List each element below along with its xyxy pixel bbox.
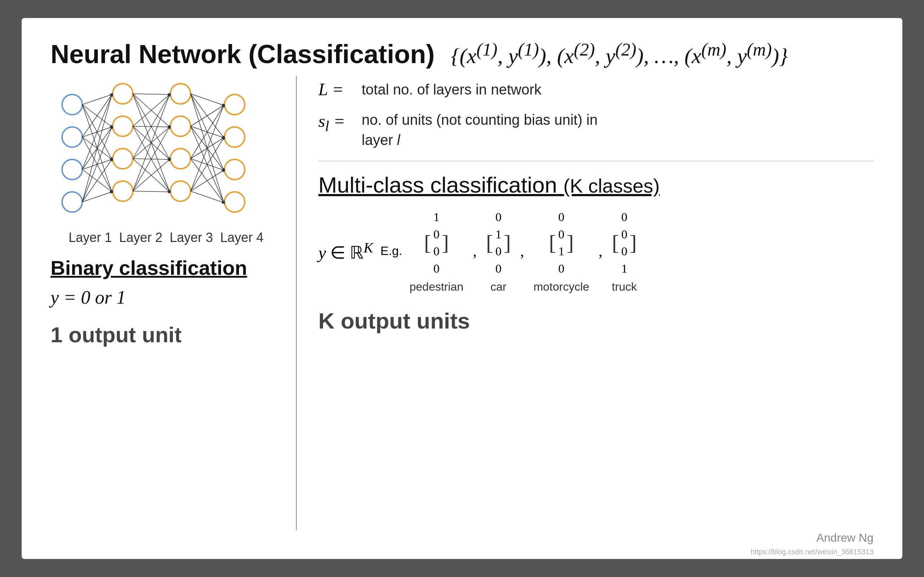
multiclass-subtitle: (K classes)	[564, 175, 660, 197]
matrix3-label: motorcycle	[533, 280, 590, 293]
svg-line-24	[82, 95, 112, 169]
svg-line-30	[82, 160, 112, 202]
svg-line-48	[191, 94, 224, 105]
svg-point-0	[62, 95, 82, 115]
binary-title: Binary classification	[50, 256, 281, 279]
L-definition: L = total no. of layers in network	[318, 79, 874, 100]
matrix2-container: [ 0100 ] car	[486, 208, 511, 293]
sl-symbol: sl =	[318, 110, 362, 134]
binary-section: Binary classification y = 0 or 1 1 outpu…	[50, 256, 281, 347]
svg-point-15	[225, 192, 245, 212]
matrix1-label: pedestrian	[409, 280, 463, 293]
layer-labels: Layer 1 Layer 2 Layer 3 Layer 4	[65, 230, 267, 245]
right-panel: L = total no. of layers in network sl = …	[296, 76, 874, 530]
title-text: Neural Network (Classification)	[50, 40, 435, 69]
svg-point-14	[225, 160, 245, 180]
author-label: Andrew Ng	[816, 531, 874, 545]
svg-line-60	[191, 105, 224, 191]
svg-point-9	[170, 116, 191, 136]
L-symbol: L =	[318, 79, 362, 99]
svg-point-7	[113, 181, 133, 201]
left-panel: Layer 1 Layer 2 Layer 3 Layer 4 Binary c…	[50, 76, 296, 530]
L-text: total no. of layers in network	[362, 79, 541, 100]
svg-line-46	[133, 160, 170, 191]
svg-line-32	[133, 94, 170, 95]
svg-line-47	[133, 191, 170, 192]
multiclass-title-text: Multi-class classification	[318, 172, 557, 197]
layer1-label: Layer 1	[69, 230, 112, 245]
multiclass-title: Multi-class classification (K classes)	[318, 172, 874, 198]
svg-line-52	[191, 105, 224, 126]
svg-point-13	[225, 127, 245, 147]
k-output: K output units	[318, 308, 874, 334]
matrix4-label: truck	[612, 280, 637, 293]
svg-point-1	[62, 127, 82, 147]
svg-point-8	[170, 84, 191, 104]
eg-label: E.g.	[380, 244, 402, 258]
svg-line-56	[191, 105, 224, 159]
svg-line-28	[82, 95, 112, 202]
svg-point-12	[225, 95, 245, 115]
matrix4-container: [ 0001 ] truck	[612, 208, 637, 293]
svg-line-63	[191, 191, 224, 203]
layer2-label: Layer 2	[119, 230, 162, 245]
multiclass-formula-row: y ∈ ℝK E.g. [ 1000 ] pedestrian ,	[318, 208, 874, 293]
watermark: https://blog.csdn.net/weixin_36815313	[751, 548, 874, 556]
svg-point-2	[62, 160, 82, 180]
svg-line-20	[82, 95, 112, 137]
nn-diagram	[50, 76, 281, 227]
svg-point-11	[170, 181, 191, 201]
svg-line-36	[133, 95, 170, 126]
matrix3-container: [ 0010 ] motorcycle	[533, 208, 590, 293]
binary-formula: y = 0 or 1	[50, 287, 281, 308]
nn-svg	[50, 76, 267, 220]
svg-line-61	[191, 138, 224, 191]
matrix2-label: car	[491, 280, 506, 293]
svg-point-6	[113, 148, 133, 169]
layer3-label: Layer 3	[170, 230, 213, 245]
sl-definition: sl = no. of units (not counting bias uni…	[318, 110, 874, 150]
matrix1-container: [ 1000 ] pedestrian	[409, 208, 463, 293]
multiclass-formula-prefix: y ∈ ℝK	[318, 239, 373, 263]
svg-line-31	[82, 192, 112, 202]
svg-line-16	[82, 95, 112, 105]
content-area: Layer 1 Layer 2 Layer 3 Layer 4 Binary c…	[50, 76, 874, 530]
slide: Neural Network (Classification) {(x(1), …	[22, 18, 902, 559]
divider	[318, 161, 874, 161]
svg-point-3	[62, 192, 82, 212]
svg-line-29	[82, 127, 112, 202]
svg-point-5	[113, 116, 133, 136]
sl-text: no. of units (not counting bias unit) in…	[362, 110, 598, 150]
svg-point-4	[113, 84, 133, 104]
svg-line-62	[191, 170, 224, 191]
slide-title: Neural Network (Classification) {(x(1), …	[50, 40, 874, 69]
layer4-label: Layer 4	[220, 230, 263, 245]
binary-output-unit: 1 output unit	[50, 322, 281, 347]
svg-point-10	[170, 148, 191, 169]
